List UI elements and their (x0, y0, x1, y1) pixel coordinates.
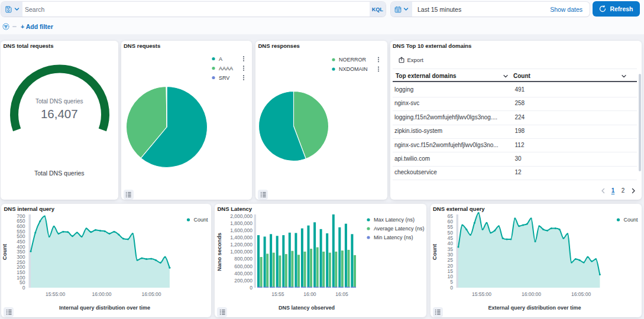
chevron-down-icon[interactable] (621, 73, 627, 79)
legend-menu-icon[interactable] (242, 79, 244, 80)
scrollbar[interactable] (639, 74, 642, 171)
bar-min (351, 287, 356, 288)
pagination-page-1[interactable]: 1 (609, 185, 618, 196)
area-chart[interactable]: 0501001502002503003504004505005506006507… (1, 204, 211, 317)
kql-badge[interactable]: KQL (370, 2, 386, 17)
x-tick-label: 16:00 (303, 291, 316, 297)
y-tick-label: 600 (17, 223, 25, 229)
area-chart[interactable]: 0510152025303540455055606515:55:0016:00:… (431, 204, 642, 317)
column-header-count[interactable]: Count (513, 73, 530, 79)
bar-avg (335, 252, 337, 288)
bar-min (276, 287, 281, 288)
legend-menu-icon[interactable] (242, 69, 244, 70)
column-header-domains[interactable]: Top external domains (396, 73, 457, 79)
bar-min (257, 287, 263, 288)
show-dates-link[interactable]: Show dates (550, 6, 590, 13)
legend-toggle-button[interactable] (433, 307, 443, 317)
bar-min (282, 287, 287, 288)
legend-menu-icon[interactable] (242, 67, 244, 69)
legend-menu-icon[interactable] (378, 70, 379, 71)
bar-chart[interactable]: 0200,000400,000600,000800,0001,000,0001,… (215, 204, 426, 317)
y-tick-label: 50 (20, 279, 25, 285)
pagination-page-2[interactable]: 2 (619, 185, 628, 196)
panel-dns-total-requests: DNS total requests Total DNS queries 16,… (1, 41, 118, 200)
legend-label[interactable]: A (219, 56, 222, 61)
point-marker (510, 239, 512, 240)
panel-dns-requests: DNS requests AAAAASRV (121, 41, 253, 200)
bar-min (270, 287, 275, 288)
export-button[interactable]: Export (399, 56, 423, 64)
bar-max (264, 237, 266, 288)
chevron-down-icon[interactable] (503, 73, 509, 79)
panel-dns-internal-query: DNS internal query 050100150200250300350… (1, 204, 211, 317)
bar-avg (322, 252, 325, 288)
legend-label[interactable]: AAAA (219, 65, 233, 71)
time-range-value[interactable]: Last 15 minutes (412, 6, 550, 13)
bar-min (295, 287, 300, 288)
legend-label[interactable]: Max Latency (ns) (374, 217, 415, 223)
date-picker: Last 15 minutes Show dates (391, 2, 590, 17)
cell-domain: api.twilio.com (394, 155, 430, 162)
saved-query-menu-button[interactable] (1, 2, 22, 17)
legend-dot (212, 76, 215, 79)
pagination-next-icon[interactable] (629, 185, 638, 196)
legend-label[interactable]: SRV (219, 74, 229, 80)
pie-chart[interactable]: NOERRORNXDOMAIN (255, 41, 387, 200)
filter-icon[interactable] (2, 23, 9, 30)
pie-chart[interactable]: AAAAASRV (121, 41, 252, 200)
cell-count: 112 (515, 142, 525, 148)
legend-toggle-button[interactable] (258, 190, 268, 200)
panel-title: DNS Top 10 external domains (393, 43, 471, 49)
add-filter-button[interactable]: + Add filter (21, 23, 53, 30)
y-tick-label: 300 (17, 254, 25, 260)
refresh-button[interactable]: Refresh (593, 1, 640, 17)
legend-menu-icon[interactable] (378, 58, 379, 60)
legend-menu-icon[interactable] (242, 60, 244, 61)
legend-toggle-button[interactable] (217, 307, 227, 317)
point-marker (155, 259, 157, 261)
legend-menu-icon[interactable] (378, 66, 379, 67)
point-marker (550, 227, 552, 229)
panel-dns-external-query: DNS external query 051015202530354045505… (431, 204, 642, 317)
calendar-menu-button[interactable] (391, 2, 412, 17)
y-tick-label: 250 (17, 259, 25, 265)
bar-max (320, 229, 322, 288)
legend-label[interactable]: NXDOMAIN (339, 66, 368, 72)
y-tick-label: 100 (17, 275, 25, 281)
point-marker (490, 232, 491, 233)
panel-dns-top-external-domains: DNS Top 10 external domains Export Top e… (390, 41, 642, 200)
pagination: 12 (598, 185, 638, 196)
search-input[interactable]: Search (22, 2, 370, 17)
table-body: logging491nginx-svc258logging.f15n2womfu… (393, 84, 637, 181)
filter-bar: + Add filter (2, 21, 53, 32)
legend-menu-icon[interactable] (242, 56, 244, 57)
bar-avg (310, 249, 312, 288)
bar-max (326, 233, 328, 288)
legend-label[interactable]: Count (194, 217, 209, 223)
bar-avg (297, 255, 300, 288)
legend-toggle-button[interactable] (124, 190, 134, 200)
point-marker (578, 259, 580, 261)
x-tick-label: 16:05:00 (141, 291, 161, 297)
legend-menu-icon[interactable] (378, 57, 379, 58)
legend-menu-icon[interactable] (242, 58, 244, 59)
legend-menu-icon[interactable] (378, 68, 379, 69)
legend-label[interactable]: Count (623, 217, 638, 223)
legend-menu-icon[interactable] (242, 75, 244, 76)
point-marker (95, 229, 96, 231)
point-marker (113, 231, 115, 233)
legend-menu-icon[interactable] (242, 66, 244, 67)
legend-label[interactable]: Min Latency (ns) (374, 235, 413, 240)
y-axis-line (456, 214, 458, 288)
panel-dns-latency: DNS Latency 0200,000400,000600,000800,00… (215, 204, 426, 317)
point-marker (486, 222, 487, 224)
point-marker (522, 224, 523, 226)
legend-menu-icon[interactable] (378, 61, 379, 62)
y-tick-label: 200 (17, 264, 25, 270)
legend-menu-icon[interactable] (242, 77, 244, 78)
legend-toggle-button[interactable] (4, 307, 14, 317)
y-tick-label: 200,000 (234, 278, 253, 284)
legend-label[interactable]: Average Latency (ns) (374, 226, 424, 232)
legend-label[interactable]: NOERROR (339, 57, 367, 63)
bar-min (308, 287, 313, 288)
